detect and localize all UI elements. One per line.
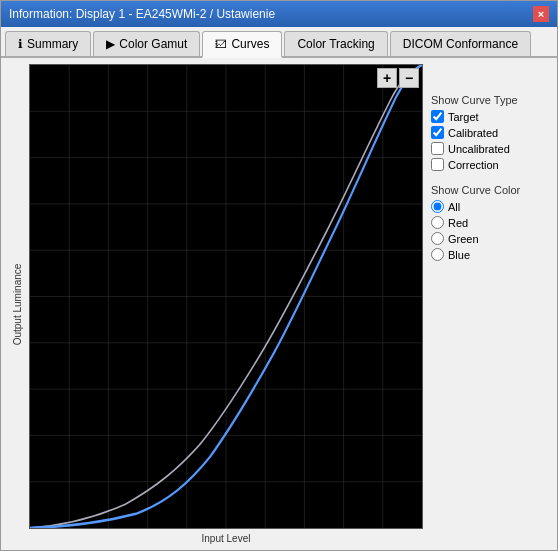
tab-color-gamut-label: Color Gamut	[119, 37, 187, 51]
tab-dicom-label: DICOM Conformance	[403, 37, 518, 51]
radio-red-input[interactable]	[431, 216, 444, 229]
zoom-out-button[interactable]: −	[399, 68, 419, 88]
tab-curves[interactable]: 🗠 Curves	[202, 31, 282, 58]
radio-green[interactable]: Green	[431, 232, 551, 245]
chart-area	[29, 64, 423, 529]
chart-container: + − Output Luminance	[7, 64, 423, 544]
title-bar: Information: Display 1 - EA245WMi-2 / Us…	[1, 1, 557, 27]
tab-color-tracking-label: Color Tracking	[297, 37, 374, 51]
curve-type-section: Show Curve Type Target Calibrated Uncali…	[431, 94, 551, 174]
tab-summary-label: Summary	[27, 37, 78, 51]
radio-green-input[interactable]	[431, 232, 444, 245]
tab-curves-label: Curves	[231, 37, 269, 51]
main-window: Information: Display 1 - EA245WMi-2 / Us…	[0, 0, 558, 551]
right-panel: Show Curve Type Target Calibrated Uncali…	[431, 64, 551, 544]
checkbox-target-input[interactable]	[431, 110, 444, 123]
chart-outer: Output Luminance	[7, 64, 423, 544]
main-content: + − Output Luminance	[1, 58, 557, 550]
checkbox-correction-input[interactable]	[431, 158, 444, 171]
tab-dicom[interactable]: DICOM Conformance	[390, 31, 531, 56]
tab-bar: ℹ Summary ▶ Color Gamut 🗠 Curves Color T…	[1, 27, 557, 58]
checkbox-calibrated-label: Calibrated	[448, 127, 498, 139]
window-title: Information: Display 1 - EA245WMi-2 / Us…	[9, 7, 275, 21]
tab-color-gamut[interactable]: ▶ Color Gamut	[93, 31, 200, 56]
zoom-controls: + −	[377, 68, 419, 88]
chart-svg	[30, 65, 422, 528]
chart-wrapper: + − Output Luminance	[7, 64, 423, 544]
x-axis-label: Input Level	[29, 529, 423, 544]
curve-type-title: Show Curve Type	[431, 94, 551, 106]
curve-color-section: Show Curve Color All Red Green Blue	[431, 184, 551, 264]
radio-blue[interactable]: Blue	[431, 248, 551, 261]
radio-all-input[interactable]	[431, 200, 444, 213]
curve-color-title: Show Curve Color	[431, 184, 551, 196]
zoom-in-button[interactable]: +	[377, 68, 397, 88]
radio-blue-label: Blue	[448, 249, 470, 261]
checkbox-uncalibrated-label: Uncalibrated	[448, 143, 510, 155]
y-axis-label-container: Output Luminance	[7, 64, 29, 544]
tab-color-tracking[interactable]: Color Tracking	[284, 31, 387, 56]
checkbox-calibrated-input[interactable]	[431, 126, 444, 139]
chart-and-x: Input Level	[29, 64, 423, 544]
radio-green-label: Green	[448, 233, 479, 245]
checkbox-calibrated[interactable]: Calibrated	[431, 126, 551, 139]
radio-red-label: Red	[448, 217, 468, 229]
close-button[interactable]: ×	[533, 6, 549, 22]
checkbox-uncalibrated-input[interactable]	[431, 142, 444, 155]
checkbox-target-label: Target	[448, 111, 479, 123]
checkbox-correction-label: Correction	[448, 159, 499, 171]
info-icon: ℹ	[18, 37, 23, 51]
y-axis-label: Output Luminance	[13, 263, 24, 345]
checkbox-uncalibrated[interactable]: Uncalibrated	[431, 142, 551, 155]
radio-red[interactable]: Red	[431, 216, 551, 229]
checkbox-correction[interactable]: Correction	[431, 158, 551, 171]
checkbox-target[interactable]: Target	[431, 110, 551, 123]
tab-summary[interactable]: ℹ Summary	[5, 31, 91, 56]
gamut-icon: ▶	[106, 37, 115, 51]
curves-icon: 🗠	[215, 37, 227, 51]
radio-all[interactable]: All	[431, 200, 551, 213]
radio-blue-input[interactable]	[431, 248, 444, 261]
radio-all-label: All	[448, 201, 460, 213]
